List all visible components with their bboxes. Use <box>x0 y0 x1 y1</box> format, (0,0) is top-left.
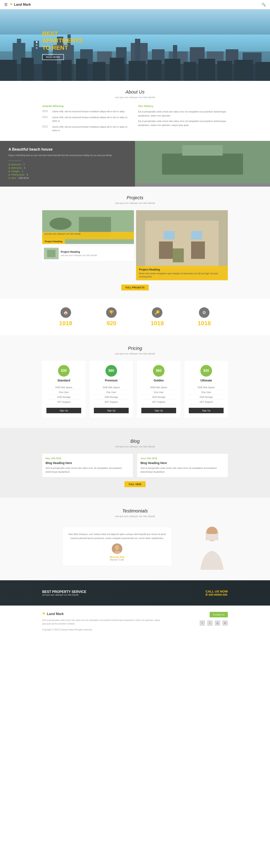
svg-point-54 <box>115 545 119 550</box>
svg-rect-33 <box>198 59 215 81</box>
stat-item: 🔑 1018 <box>151 307 164 327</box>
price-badge: $30 <box>58 365 70 377</box>
linkedin-icon[interactable]: in <box>222 620 228 626</box>
beach-left: A Beautiful beach house Enjoy a refreshi… <box>0 141 135 187</box>
pricing-card: $30 Ultimate 5GB Disk SpaceOne User2GB S… <box>185 361 228 417</box>
blog-full-view-button[interactable]: Full View <box>125 481 145 487</box>
hero-read-more-button[interactable]: Read More <box>42 54 64 60</box>
projects-left-col: Project Heading sed quis sem ullamper ne… <box>42 210 134 280</box>
about-awards-col: Awards Winning 2010iuIone eNil, sed do e… <box>42 104 132 134</box>
awards-title: Awards Winning <box>42 104 132 107</box>
stat-item: 🏠 1018 <box>59 307 72 327</box>
svg-rect-44 <box>47 250 55 257</box>
pinterest-icon[interactable]: p <box>215 620 220 626</box>
blog-grid: May 13th 2016 Blog Heading Here Sed ut p… <box>42 454 228 477</box>
pricing-feature: 5GB Disk Space <box>141 385 176 390</box>
pricing-card: $30 Standard 5GB Disk SpaceOne User2GB S… <box>42 361 85 417</box>
twitter-icon[interactable]: t <box>207 620 213 626</box>
svg-rect-23 <box>21 58 34 81</box>
spec-label: Area : <box>11 177 17 179</box>
svg-rect-50 <box>173 248 184 262</box>
pricing-feature: One User <box>141 390 176 395</box>
project-small-desc: sed quis sem ullamper nec felis blandit <box>61 254 97 256</box>
stat-icon: 🏠 <box>60 307 71 318</box>
plan-name: Standard <box>47 379 81 382</box>
pricing-feature: One User <box>189 390 223 395</box>
logo-icon: ⚑ <box>10 3 13 6</box>
svg-rect-28 <box>110 58 125 81</box>
footer-copyright: Copyright © 2016 Company Name All rights… <box>42 628 162 631</box>
timeline-item: 2012iuIone eNil, sed do eiusmod tempor i… <box>42 125 132 132</box>
project-card-1[interactable]: Project Heading sed quis sem ullamper ne… <box>42 210 134 244</box>
footer: ⚑ Land Mark Sed ut perspiciatis unde omn… <box>0 606 270 637</box>
cta-left: BEST PROPERTY SERVICE sed quis sem ullam… <box>42 590 86 596</box>
svg-rect-38 <box>162 154 243 175</box>
about-title: About Us <box>42 89 228 95</box>
spec-value: 1 <box>22 170 23 173</box>
footer-description: Sed ut perspiciatis unde omnis iste natu… <box>42 618 162 626</box>
stat-number: 1018 <box>59 320 72 327</box>
beach-spec-item: Area : 1500.00 M² <box>8 177 127 179</box>
beach-divider <box>8 160 21 161</box>
svg-rect-36 <box>255 62 270 81</box>
footer-social: ftpin <box>199 620 228 626</box>
hero-section: BEST APARTMENTS TO RENT Read More <box>0 9 270 81</box>
footer-right: Contact Us ftpin <box>168 612 228 626</box>
contact-us-button[interactable]: Contact Us <box>210 612 228 617</box>
signup-button[interactable]: Sign Up <box>47 408 81 413</box>
facebook-icon[interactable]: f <box>199 620 205 626</box>
blog-date: May 13th 2016 <box>46 457 130 460</box>
stats-list: 🏠 1018 🏆 920 🔑 1018 ⚙ 1018 <box>42 307 228 327</box>
project-small-thumb <box>44 248 59 259</box>
signup-button[interactable]: Sign Up <box>141 408 176 413</box>
pricing-title: Pricing <box>42 346 228 351</box>
search-icon[interactable]: 🔍 <box>262 3 266 6</box>
pricing-feature: 2GB Storage <box>94 395 129 400</box>
blog-date: June 13th 2016 <box>140 457 224 460</box>
hamburger-icon[interactable]: ☰ <box>4 2 7 7</box>
pricing-subtitle: sed quis sem ullamper nec felis blandit <box>42 352 228 355</box>
price-badge: $30 <box>200 365 212 377</box>
blog-card: June 13th 2016 Blog Heading Here Sed ut … <box>137 454 228 477</box>
project-card-large[interactable]: Project Heading Nemo enim ipsam voluptat… <box>136 210 228 280</box>
svg-rect-30 <box>148 60 161 81</box>
svg-rect-51 <box>164 231 175 240</box>
beach-right-image <box>135 141 270 187</box>
testimonials-container: Nam liber tempore, cum soluta nobis est … <box>42 523 228 570</box>
beach-spec-item: Bedrooms : 7 <box>8 163 127 166</box>
project-small-info: Project Heading sed quis sem ullamper ne… <box>61 250 97 256</box>
testimonials-section: Testimonials sed quis sem ullamper nec f… <box>0 498 270 580</box>
plan-name: Ultimate <box>189 379 223 382</box>
beach-spec-item: Parking areas : 6 <box>8 174 127 176</box>
stat-icon: 🔑 <box>152 307 162 318</box>
testimonial-quote: Nam liber tempore, cum soluta nobis est … <box>68 532 167 540</box>
spec-label: Bedrooms : <box>11 163 22 166</box>
pricing-feature: 2GB Storage <box>47 395 81 400</box>
stat-icon: ⚙ <box>199 307 210 318</box>
timeline-year: 2011 <box>42 116 49 123</box>
svg-rect-31 <box>165 59 180 81</box>
footer-logo-icon: ⚑ <box>42 612 45 616</box>
project-card-small[interactable]: Project Heading sed quis sem ullamper ne… <box>42 246 134 261</box>
project-large-heading: Project Heading <box>139 268 225 271</box>
about-section: About Us sed quis sem ullamper nec felis… <box>0 81 270 141</box>
signup-button[interactable]: Sign Up <box>189 408 223 413</box>
testimonial-avatar <box>112 544 122 554</box>
blog-card: May 13th 2016 Blog Heading Here Sed ut p… <box>42 454 133 477</box>
full-projects-button[interactable]: Full Projects <box>121 284 149 290</box>
project-1-label: Project Heading <box>42 239 65 244</box>
beach-spec-item: Garages : 1 <box>8 170 127 173</box>
svg-rect-27 <box>93 62 105 81</box>
footer-logo: ⚑ Land Mark <box>42 612 162 616</box>
price-badge: $80 <box>105 365 117 377</box>
footer-logo-text: Land Mark <box>47 612 64 616</box>
timeline-year: 2010 <box>42 110 49 114</box>
signup-button[interactable]: Sign Up <box>94 408 129 413</box>
svg-rect-29 <box>129 61 145 81</box>
hero-heading: BEST APARTMENTS TO RENT <box>42 30 83 52</box>
projects-subtitle: sed quis sem ullamper nec felis blandit <box>42 202 228 204</box>
awards-list: 2010iuIone eNil, sed do eiusmod tempor i… <box>42 110 132 132</box>
cta-title: BEST PROPERTY SERVICE <box>42 590 86 594</box>
spec-label: Bathrooms : <box>11 167 23 169</box>
blog-section: Blog sed quis sem ullamper nec felis bla… <box>0 428 270 498</box>
